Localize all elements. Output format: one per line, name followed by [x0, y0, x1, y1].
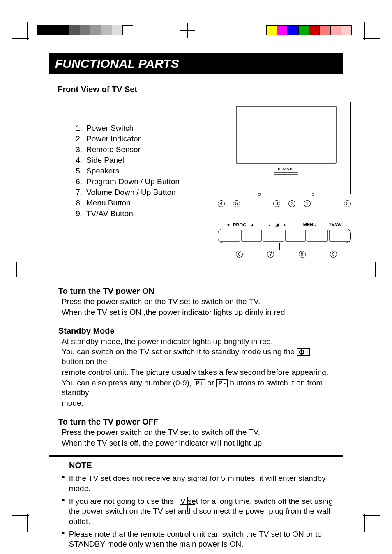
- registration-mark: [368, 270, 383, 270]
- prog-label: PROG.: [233, 222, 247, 227]
- part-label: TV/AV Button: [86, 209, 133, 218]
- body-text: You can switch on the TV set or switch i…: [62, 347, 333, 367]
- tv-front-diagram: HITACHI: [221, 102, 351, 194]
- part-number: 1.: [74, 124, 82, 133]
- note-text: Please note that the remote control unit…: [69, 529, 337, 549]
- part-number: 8.: [74, 199, 82, 208]
- callout-row-bottom: 6 7 8 9: [218, 251, 351, 258]
- pminus-key-icon: P -: [216, 379, 228, 387]
- tv-brand: HITACHI: [224, 167, 348, 171]
- crop-mark: [12, 38, 29, 39]
- part-label: Power Switch: [86, 124, 134, 133]
- part-number: 9.: [74, 209, 82, 218]
- note-text: If the TV set does not receive any signa…: [69, 473, 337, 494]
- note-text: If you are not going to use this TV set …: [69, 496, 337, 527]
- part-label: Remote Sensor: [86, 145, 141, 154]
- part-number: 5.: [74, 166, 82, 175]
- heading-power-off: To turn the TV power OFF: [58, 417, 343, 427]
- part-number: 4.: [74, 156, 82, 165]
- body-text: When the TV set is ON ,the power indicat…: [62, 307, 333, 317]
- bullet-icon: •: [62, 473, 65, 494]
- triangle-up-icon: ▲: [250, 222, 255, 227]
- tvav-label: TV/AV: [324, 222, 347, 227]
- power-key-icon: ⏻ I: [297, 348, 310, 356]
- panel-button: [307, 230, 328, 242]
- body-fragment: button on the: [62, 357, 107, 366]
- parts-list: 1.Power Switch 2.Power Indicator 3.Remot…: [74, 122, 205, 258]
- registration-mark: [187, 23, 188, 38]
- page-title: FUNCTIONAL PARTS: [49, 53, 343, 74]
- body-fragment: You can also press any number (0-9),: [62, 379, 191, 387]
- part-label: Power Indicator: [86, 134, 141, 143]
- part-label: Side Panel: [86, 156, 124, 165]
- speaker-icon: ◢: [275, 222, 279, 227]
- crop-mark: [363, 515, 380, 516]
- part-label: Volume Down / Up Button: [86, 188, 176, 197]
- body-fragment: You can switch on the TV set or switch i…: [62, 347, 295, 356]
- body-text: Press the power switch on the TV set to …: [62, 297, 333, 307]
- heading-power-on: To turn the TV power ON: [58, 286, 343, 296]
- bullet-icon: •: [62, 529, 65, 549]
- panel-button: [285, 230, 306, 242]
- callout: 6: [236, 251, 243, 258]
- note-item: •If the TV set does not receive any sign…: [62, 473, 337, 494]
- heading-standby: Standby Mode: [58, 326, 343, 336]
- page-content: FUNCTIONAL PARTS Front View of TV Set 1.…: [49, 53, 343, 496]
- registration-mark: [375, 262, 376, 277]
- callout: 9: [330, 251, 337, 258]
- vol-plus: +: [284, 222, 286, 227]
- pplus-key-icon: P+: [194, 379, 205, 387]
- tv-slot: [274, 172, 298, 175]
- part-label: Speakers: [86, 166, 119, 175]
- body-text: You can also press any number (0-9), P+ …: [62, 378, 333, 398]
- callout: 1: [304, 200, 311, 207]
- callout: 8: [299, 251, 306, 258]
- bullet-icon: •: [62, 496, 65, 527]
- crop-mark: [364, 514, 365, 532]
- diagram-area: HITACHI 4 5 3 2 1 5: [218, 102, 351, 258]
- note-item: •Please note that the remote control uni…: [62, 529, 337, 549]
- color-strip: [266, 25, 352, 35]
- body-fragment: or: [207, 379, 214, 387]
- callout: 2: [288, 200, 295, 207]
- panel-button: [219, 230, 240, 242]
- body-text: remote control unit. The picture usually…: [62, 367, 333, 377]
- callout: 3: [273, 200, 280, 207]
- callout-row-top: 4 5 3 2 1 5: [218, 200, 351, 207]
- part-number: 3.: [74, 145, 82, 154]
- part-number: 2.: [74, 134, 82, 143]
- part-label: Program Down / Up Button: [86, 177, 180, 186]
- panel-button: [263, 230, 284, 242]
- crop-mark: [27, 514, 28, 532]
- part-label: Menu Button: [86, 199, 131, 208]
- body-text: mode.: [62, 398, 333, 408]
- vol-minus: -: [269, 222, 270, 227]
- grayscale-strip: [37, 25, 133, 35]
- crop-mark: [12, 515, 29, 516]
- crop-mark: [363, 38, 380, 39]
- note-item: •If you are not going to use this TV set…: [62, 496, 337, 527]
- callout: 7: [267, 251, 274, 258]
- body-text: Press the power switch on the TV set to …: [62, 427, 333, 437]
- triangle-down-icon: ▼: [226, 222, 231, 227]
- callout: 4: [218, 200, 225, 207]
- part-number: 6.: [74, 177, 82, 186]
- callout: 5: [233, 200, 240, 207]
- panel-button: [241, 230, 262, 242]
- panel-button: [329, 230, 350, 242]
- body-text: At standby mode, the power indicator lig…: [62, 337, 333, 346]
- note-heading: NOTE: [69, 461, 343, 470]
- divider: [49, 455, 343, 457]
- subtitle: Front View of TV Set: [58, 85, 343, 94]
- body-text: When the TV set is off, the power indica…: [62, 438, 333, 448]
- registration-mark: [16, 262, 17, 277]
- control-panel-diagram: ▼PROG.▲ -◢+ MENU TV/AV: [218, 222, 351, 258]
- part-number: 7.: [74, 188, 82, 197]
- menu-label: MENU: [296, 222, 324, 227]
- callout: 5: [344, 200, 351, 207]
- tv-screen: [236, 106, 337, 164]
